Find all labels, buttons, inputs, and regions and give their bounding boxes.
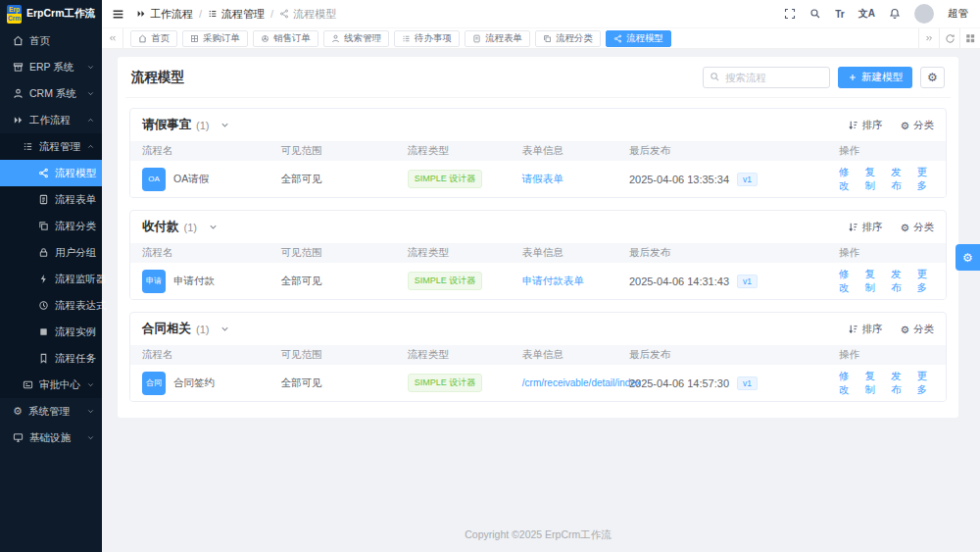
search-icon[interactable] bbox=[809, 8, 821, 20]
translate-icon[interactable]: 文A bbox=[858, 7, 875, 21]
group-tools: 排序 ⚙ 分类 bbox=[848, 119, 934, 132]
chevron-up-icon bbox=[86, 142, 95, 151]
page-content: 流程模型 新建模型 ⚙ 请假事宜 (1) bbox=[102, 49, 980, 552]
floating-settings-button[interactable]: ⚙ bbox=[956, 244, 980, 271]
sidebar-item-process-mgmt[interactable]: 流程管理 bbox=[0, 133, 102, 160]
tab-sales-orders[interactable]: 销售订单 bbox=[253, 30, 318, 47]
sidebar-item-process-task[interactable]: 流程任务 bbox=[0, 345, 102, 372]
search-icon bbox=[710, 72, 720, 82]
more-link[interactable]: 更多 bbox=[916, 166, 933, 193]
process-badge: 合同 bbox=[142, 372, 166, 395]
avatar[interactable] bbox=[914, 4, 934, 24]
sort-button[interactable]: 排序 bbox=[848, 119, 883, 132]
chevron-down-icon[interactable] bbox=[208, 222, 219, 232]
tab-process-model[interactable]: 流程模型 bbox=[606, 30, 671, 47]
publish-link[interactable]: 发布 bbox=[891, 268, 907, 295]
more-link[interactable]: 更多 bbox=[916, 370, 933, 397]
tab-purchase-orders[interactable]: 采购订单 bbox=[182, 30, 248, 47]
sidebar-item-user-group[interactable]: 用户分组 bbox=[0, 239, 102, 266]
process-badge: OA bbox=[142, 168, 166, 191]
form-link[interactable]: 请假表单 bbox=[522, 173, 629, 186]
process-type-badge: SIMPLE 设计器 bbox=[408, 374, 483, 392]
breadcrumb-item-workflow[interactable]: 工作流程 bbox=[136, 7, 193, 22]
form-link[interactable]: 申请付款表单 bbox=[522, 275, 629, 288]
bell-icon[interactable] bbox=[889, 8, 901, 20]
breadcrumb-item-process-mgmt[interactable]: 流程管理 bbox=[208, 7, 265, 22]
card-toolbar: 新建模型 ⚙ bbox=[703, 67, 945, 88]
sidebar-item-infrastructure[interactable]: 基础设施 bbox=[0, 425, 102, 451]
model-group-payment: 收付款 (1) 排序 ⚙ 分类 流程名 bbox=[129, 210, 947, 300]
sidebar-item-workflow[interactable]: 工作流程 bbox=[0, 107, 102, 133]
settings-button[interactable]: ⚙ bbox=[920, 67, 945, 88]
sidebar-item-erp[interactable]: ERP 系统 bbox=[0, 54, 102, 80]
lightning-icon bbox=[38, 274, 49, 284]
fullscreen-icon[interactable] bbox=[784, 8, 796, 20]
sidebar-item-process-listener[interactable]: 流程监听器 bbox=[0, 266, 102, 292]
app-title: ErpCrm工作流 bbox=[26, 7, 95, 21]
published-cell: 2025-04-06 14:57:30 v1 bbox=[629, 376, 839, 390]
form-link[interactable]: /crm/receivable/detail/index bbox=[522, 377, 629, 388]
tabs-scroll-right[interactable] bbox=[918, 28, 939, 48]
version-badge: v1 bbox=[737, 376, 758, 390]
plus-icon bbox=[848, 73, 858, 82]
sidebar-item-process-model[interactable]: 流程模型 bbox=[0, 160, 102, 186]
refresh-icon[interactable] bbox=[939, 28, 959, 48]
chevron-down-icon[interactable] bbox=[220, 120, 230, 130]
row-actions: 修改 复制 发布 更多 bbox=[839, 370, 934, 397]
more-link[interactable]: 更多 bbox=[916, 268, 933, 295]
tab-home[interactable]: 首页 bbox=[130, 30, 177, 47]
username[interactable]: 超管 bbox=[948, 7, 968, 21]
font-size-icon[interactable]: Tr bbox=[835, 9, 844, 20]
model-group-contract: 合同相关 (1) 排序 ⚙ 分类 流程名 bbox=[129, 312, 947, 402]
tabs-scroll-left[interactable] bbox=[102, 28, 123, 48]
tab-leads[interactable]: 线索管理 bbox=[323, 30, 389, 47]
card-header: 流程模型 新建模型 ⚙ bbox=[125, 61, 951, 98]
sidebar-item-process-expression[interactable]: 流程表达式 bbox=[0, 292, 102, 319]
search-box bbox=[703, 67, 830, 88]
erp-box-icon bbox=[13, 62, 24, 73]
app-logo[interactable]: Erp Crm ErpCrm工作流 bbox=[0, 0, 102, 27]
copy-link[interactable]: 复制 bbox=[864, 268, 881, 295]
chevron-up-icon bbox=[86, 116, 95, 125]
sort-icon bbox=[848, 324, 858, 334]
tab-process-form[interactable]: 流程表单 bbox=[465, 30, 530, 47]
hamburger-menu-icon[interactable] bbox=[112, 8, 124, 21]
chevron-down-icon bbox=[86, 433, 95, 442]
copy-link[interactable]: 复制 bbox=[864, 370, 881, 397]
square-icon bbox=[38, 326, 49, 337]
sidebar-item-system-mgmt[interactable]: ⚙ 系统管理 bbox=[0, 398, 102, 425]
group-count: (1) bbox=[196, 120, 209, 131]
new-model-button[interactable]: 新建模型 bbox=[838, 67, 912, 88]
edit-link[interactable]: 修改 bbox=[839, 166, 856, 193]
sort-button[interactable]: 排序 bbox=[848, 323, 883, 336]
chevron-down-icon bbox=[86, 407, 95, 416]
sidebar-item-process-category[interactable]: 流程分类 bbox=[0, 213, 102, 239]
process-type-badge: SIMPLE 设计器 bbox=[408, 272, 483, 290]
tab-process-category[interactable]: 流程分类 bbox=[535, 30, 601, 47]
group-header: 收付款 (1) 排序 ⚙ 分类 bbox=[130, 211, 946, 243]
tab-todo[interactable]: 待办事项 bbox=[394, 30, 460, 47]
group-tools: 排序 ⚙ 分类 bbox=[848, 221, 934, 234]
breadcrumb: 工作流程 / 流程管理 / 流程模型 bbox=[136, 7, 336, 22]
copyright-footer: Copyright ©2025 ErpCrm工作流 bbox=[118, 515, 958, 552]
workflow-icon bbox=[13, 115, 24, 125]
category-button[interactable]: ⚙ 分类 bbox=[901, 323, 934, 336]
sort-button[interactable]: 排序 bbox=[848, 221, 883, 234]
lock-icon bbox=[38, 247, 49, 258]
search-input[interactable] bbox=[703, 67, 830, 88]
sidebar-item-approval-center[interactable]: 审批中心 bbox=[0, 372, 102, 398]
publish-link[interactable]: 发布 bbox=[891, 166, 907, 193]
category-button[interactable]: ⚙ 分类 bbox=[901, 119, 934, 132]
sidebar-item-process-instance[interactable]: 流程实例 bbox=[0, 319, 102, 345]
layout-grid-icon[interactable] bbox=[959, 28, 980, 48]
category-button[interactable]: ⚙ 分类 bbox=[901, 221, 934, 234]
sidebar-item-process-form[interactable]: 流程表单 bbox=[0, 186, 102, 213]
share-nodes-icon bbox=[613, 34, 622, 43]
chevron-down-icon[interactable] bbox=[220, 324, 230, 334]
sidebar-item-home[interactable]: 首页 bbox=[0, 27, 102, 54]
edit-link[interactable]: 修改 bbox=[839, 268, 856, 295]
copy-link[interactable]: 复制 bbox=[864, 166, 881, 193]
edit-link[interactable]: 修改 bbox=[839, 370, 856, 397]
publish-link[interactable]: 发布 bbox=[891, 370, 907, 397]
sidebar-item-crm[interactable]: CRM 系统 bbox=[0, 80, 102, 107]
